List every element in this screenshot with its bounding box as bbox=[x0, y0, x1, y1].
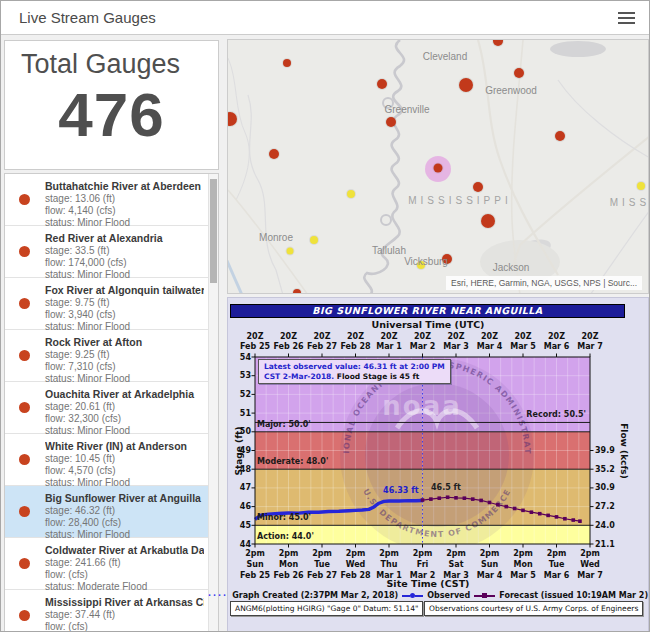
axis-tick-label: Mar 2 bbox=[410, 342, 436, 351]
axis-tick-label: 20Z bbox=[347, 332, 364, 341]
observations-credit-box: Observations courtesy of U.S. Army Corps… bbox=[424, 601, 643, 616]
gauge-marker[interactable] bbox=[459, 78, 473, 92]
gauge-marker[interactable] bbox=[434, 164, 443, 173]
gauge-marker[interactable] bbox=[473, 182, 483, 192]
gauge-name: Big Sunflower River at Anguilla bbox=[45, 492, 204, 504]
hamburger-icon[interactable] bbox=[618, 12, 635, 25]
header: Live Stream Gauges bbox=[1, 1, 649, 35]
gauge-name: White River (IN) at Anderson bbox=[45, 440, 204, 452]
gauge-marker[interactable] bbox=[481, 214, 495, 228]
threshold-label: Minor: 45.0' bbox=[257, 513, 311, 522]
axis-tick-label: Mar 1 bbox=[376, 342, 402, 351]
map-attribution: Esri, HERE, Garmin, NGA, USGS, NPS | Sou… bbox=[446, 276, 642, 290]
threshold-label: Moderate: 48.0' bbox=[257, 457, 328, 466]
gauge-marker[interactable] bbox=[287, 248, 294, 255]
gauge-name: Rock River at Afton bbox=[45, 336, 204, 348]
total-gauges-value: 476 bbox=[5, 82, 218, 148]
gauge-detail-line: stage: 37.44 (ft) bbox=[45, 609, 204, 621]
gauge-detail-line: flow: 7,310 (cfs) bbox=[45, 361, 204, 373]
gauge-marker[interactable] bbox=[347, 190, 355, 198]
axis-tick-label: 2pm bbox=[312, 549, 332, 558]
threshold-label: Major: 50.0' bbox=[257, 420, 311, 429]
gauge-list-item[interactable]: Coldwater River at Arkabutla Damstage: 2… bbox=[5, 538, 218, 590]
gauge-detail-line: stage: 46.32 (ft) bbox=[45, 505, 204, 517]
app-window: Live Stream Gauges Total Gauges 476 Butt… bbox=[0, 0, 650, 632]
axis-tick-label: 2pm bbox=[413, 549, 433, 558]
gauge-list-item[interactable]: Big Sunflower River at Anguillastage: 46… bbox=[5, 486, 218, 538]
latest-observed-line2: CST 2-Mar-2018. bbox=[264, 372, 334, 381]
stage-tick-label: 53 bbox=[229, 371, 251, 380]
axis-tick-label: 20Z bbox=[448, 332, 465, 341]
gauge-detail-line: stage: 9.75 (ft) bbox=[45, 297, 204, 309]
axis-tick-label: 20Z bbox=[582, 332, 599, 341]
gauge-list-item[interactable]: Rock River at Aftonstage: 9.25 (ft)flow:… bbox=[5, 330, 218, 382]
gauge-marker[interactable] bbox=[386, 117, 396, 127]
axis-tick-label: Sat bbox=[449, 560, 464, 569]
axis-tick-label: Wed bbox=[346, 560, 366, 569]
gauge-marker[interactable] bbox=[269, 149, 279, 159]
axis-tick-label: 2pm bbox=[379, 549, 399, 558]
gauge-list-item[interactable]: Fox River at Algonquin tailwaterstage: 9… bbox=[5, 278, 218, 330]
gauge-list-item[interactable]: Ouachita River at Arkadelphiastage: 20.6… bbox=[5, 382, 218, 434]
gauge-marker[interactable] bbox=[637, 182, 645, 190]
right-axis-title: Flow (kcfs) bbox=[619, 423, 629, 479]
scrollbar-thumb[interactable] bbox=[210, 179, 217, 283]
gauge-marker[interactable] bbox=[293, 289, 301, 294]
axis-tick-label: Mar 7 bbox=[577, 342, 603, 351]
axis-tick-label: 2pm bbox=[245, 549, 265, 558]
graph-created-label: Graph Created (2:37PM Mar 2, 2018) bbox=[232, 591, 398, 600]
stage-tick-label: 44 bbox=[229, 540, 251, 549]
axis-tick-label: 2pm bbox=[547, 549, 567, 558]
map-place-label: Greenwood bbox=[485, 85, 537, 96]
gauge-marker[interactable] bbox=[310, 236, 318, 244]
threshold-label: Record: 50.5' bbox=[526, 410, 586, 419]
stage-tick-label: 47 bbox=[229, 483, 251, 492]
list-scrollbar[interactable] bbox=[208, 174, 218, 632]
status-dot-icon bbox=[19, 350, 30, 361]
status-dot-icon bbox=[19, 246, 30, 257]
gauge-list-item[interactable]: Buttahatchie River at Aberdeenstage: 13.… bbox=[5, 174, 218, 226]
axis-tick-label: Sun bbox=[246, 560, 263, 569]
axis-tick-label: 2pm bbox=[346, 549, 366, 558]
axis-tick-label: 2pm bbox=[446, 549, 466, 558]
status-dot-icon bbox=[19, 402, 30, 413]
axis-tick-label: Feb 25 bbox=[240, 342, 270, 351]
gauge-detail-line: flow: 4,570 (cfs) bbox=[45, 465, 204, 477]
axis-tick-label: Mon bbox=[279, 560, 298, 569]
axis-tick-label: Feb 28 bbox=[340, 342, 370, 351]
svg-text:46.33 ft: 46.33 ft bbox=[383, 486, 419, 495]
map-place-label: MISSISS bbox=[610, 197, 649, 208]
axis-tick-label: Sun bbox=[481, 560, 498, 569]
gauge-list-item[interactable]: Red River at Alexandriastage: 33.5 (ft)f… bbox=[5, 226, 218, 278]
axis-tick-label: Tue bbox=[549, 560, 565, 569]
axis-tick-label: 2pm bbox=[279, 549, 299, 558]
gauge-list-item[interactable]: Mississippi River at Arkansas Citystage:… bbox=[5, 590, 218, 632]
svg-text:46.5 ft: 46.5 ft bbox=[431, 483, 461, 492]
graph-created-line-icon: ···· bbox=[208, 591, 228, 600]
status-dot-icon bbox=[19, 194, 30, 205]
page-title: Live Stream Gauges bbox=[19, 9, 156, 26]
map-place-label: Cleveland bbox=[423, 51, 467, 62]
gauge-marker[interactable] bbox=[377, 79, 387, 89]
status-dot-icon bbox=[19, 298, 30, 309]
stage-tick-label: 52 bbox=[229, 390, 251, 399]
gauge-list[interactable]: Buttahatchie River at Aberdeenstage: 13.… bbox=[4, 173, 219, 632]
flow-tick-label: 21.1 bbox=[595, 540, 617, 549]
gauge-name: Coldwater River at Arkabutla Dam bbox=[45, 544, 204, 556]
gauge-detail-line: flow: 3,940 (cfs) bbox=[45, 309, 204, 321]
gauge-marker[interactable] bbox=[283, 59, 291, 67]
axis-tick-label: Mar 4 bbox=[477, 342, 503, 351]
axis-tick-label: 20Z bbox=[548, 332, 565, 341]
stage-tick-label: 45 bbox=[229, 521, 251, 530]
flow-tick-label: 27.2 bbox=[595, 502, 617, 511]
axis-tick-label: 20Z bbox=[515, 332, 532, 341]
gauge-list-item[interactable]: White River (IN) at Andersonstage: 10.45… bbox=[5, 434, 218, 486]
map-place-label: Jackson bbox=[493, 262, 530, 273]
map-panel[interactable]: ClevelandGreenwoodGreenvilleMISSISSIPPIM… bbox=[227, 39, 649, 294]
forecast-line-icon bbox=[474, 591, 495, 600]
gauge-marker[interactable] bbox=[514, 68, 524, 78]
gauge-name: Fox River at Algonquin tailwater bbox=[45, 284, 204, 296]
status-dot-icon bbox=[19, 610, 30, 621]
gauge-marker[interactable] bbox=[555, 131, 565, 141]
stage-tick-label: 54 bbox=[229, 353, 251, 362]
